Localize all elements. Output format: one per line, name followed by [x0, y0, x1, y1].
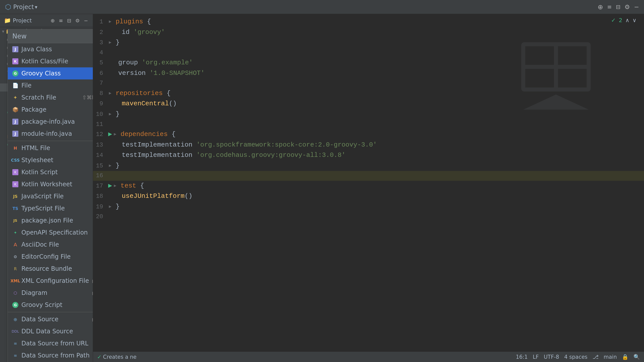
line-num-2: 2: [93, 28, 108, 37]
indent[interactable]: 4 spaces: [564, 354, 588, 360]
code-13: testImplementation 'org.spockframework:s…: [108, 140, 377, 150]
package-icon: 📦: [12, 107, 18, 113]
line-num-8: 8: [93, 89, 108, 98]
menu-item-ddl[interactable]: DDL DDL Data Source: [8, 325, 93, 337]
fold-3[interactable]: ▸: [108, 37, 112, 48]
code-12: dependencies {: [118, 129, 175, 140]
fold-1[interactable]: ▸: [108, 17, 112, 27]
ts-label: TypeScript File: [21, 205, 65, 212]
fold-17[interactable]: ▸: [113, 181, 117, 191]
menu-item-package-info[interactable]: J package-info.java: [8, 116, 93, 128]
run-12[interactable]: ▶: [108, 129, 112, 140]
sidebar-folder-icon: 📁: [4, 17, 11, 24]
diagram-icon: ⬡: [12, 290, 18, 296]
menu-item-packagejson[interactable]: JS package.json File: [8, 214, 93, 227]
run-17[interactable]: ▶: [108, 181, 112, 191]
sidebar-gear-icon[interactable]: ⚙: [74, 17, 80, 24]
ds-path-icon: ≡: [12, 352, 18, 358]
line-num-16: 16: [93, 171, 108, 180]
menu-item-stylesheet[interactable]: CSS Stylesheet: [8, 154, 93, 166]
menu-item-diagram[interactable]: ⬡ Diagram ▶: [8, 287, 93, 299]
fold-10[interactable]: ▸: [108, 109, 112, 120]
fold-15[interactable]: ▸: [108, 161, 112, 171]
caret-down-icon[interactable]: ∨: [632, 17, 636, 23]
code-1: plugins {: [113, 17, 151, 27]
code-19: }: [113, 202, 120, 212]
split-icon[interactable]: ≡: [607, 4, 612, 10]
code-2: id 'groovy': [108, 27, 165, 38]
gear-icon[interactable]: ⚙: [624, 4, 630, 11]
editor: 1 ▸ plugins { 2 id 'groovy' 3 ▸ } 4: [93, 14, 644, 362]
line-num-20: 20: [93, 212, 108, 221]
menu-item-openapi[interactable]: ✦ OpenAPI Specification: [8, 227, 93, 239]
sidebar-split-icon[interactable]: ≡: [58, 17, 64, 24]
menu-item-kotlin-worksheet[interactable]: K Kotlin Worksheet: [8, 178, 93, 190]
title-bar: ⬡ Project ▾ ⊕ ≡ ⊟ ⚙ −: [0, 0, 644, 14]
menu-item-groovy-script[interactable]: G Groovy Script: [8, 299, 93, 311]
kotlin-worksheet-label: Kotlin Worksheet: [21, 181, 72, 188]
search-icon[interactable]: 🔍: [633, 354, 640, 360]
sidebar-minimize-icon[interactable]: −: [83, 17, 89, 24]
sidebar-title-label: Project: [13, 17, 32, 24]
menu-item-asciidoc[interactable]: A AsciiDoc File: [8, 239, 93, 251]
menu-item-java-class[interactable]: J Java Class: [8, 43, 93, 55]
menu-item-ds-path[interactable]: ≡ Data Source from Path: [8, 349, 93, 361]
menu-item-html[interactable]: H HTML File: [8, 142, 93, 154]
nav-icon[interactable]: ⊕: [598, 3, 603, 11]
line-num-11: 11: [93, 120, 108, 129]
separator-1: [8, 141, 93, 141]
encoding[interactable]: UTF-8: [544, 354, 559, 360]
code-17: test {: [118, 181, 144, 191]
sidebar-split2-icon[interactable]: ⊟: [66, 17, 72, 24]
java-class-icon: J: [12, 46, 18, 52]
groovy-class-icon: G: [12, 70, 18, 76]
top-right-indicators: ✓ 2 ∧ ∨: [611, 17, 636, 23]
fold-19[interactable]: ▸: [108, 202, 112, 212]
tree-arrow: ▾: [2, 29, 4, 34]
line-num-1: 1: [93, 17, 108, 27]
title-project-label[interactable]: Project: [13, 4, 34, 11]
code-line-2: 2 id 'groovy': [93, 27, 644, 38]
title-dropdown-icon[interactable]: ▾: [35, 4, 37, 10]
kotlin-class-icon: K: [12, 58, 18, 64]
sidebar: 📁 Project ⊕ ≡ ⊟ ⚙ − ▾ 📁 spock-testing ~/…: [0, 14, 93, 362]
fold-8[interactable]: ▸: [108, 88, 112, 99]
line-ending[interactable]: LF: [533, 354, 539, 360]
position-indicator[interactable]: 16:1: [516, 354, 528, 360]
code-3: }: [113, 37, 120, 48]
line-num-15: 15: [93, 161, 108, 171]
svg-marker-3: [523, 95, 589, 110]
indicator-count: 2: [619, 17, 622, 23]
menu-item-package[interactable]: 📦 Package: [8, 104, 93, 116]
menu-item-editorconfig[interactable]: ⚙ EditorConfig File: [8, 251, 93, 263]
menu-item-javascript[interactable]: JS JavaScript File: [8, 190, 93, 202]
editorconfig-label: EditorConfig File: [21, 253, 71, 260]
menu-item-typescript[interactable]: TS TypeScript File: [8, 202, 93, 214]
menu-item-xml[interactable]: XML XML Configuration File ▶: [8, 275, 93, 287]
branch-icon: ⎇: [592, 354, 598, 360]
fold-12[interactable]: ▸: [113, 129, 117, 140]
lock-icon: 🔒: [622, 354, 628, 360]
split-icon2[interactable]: ⊟: [616, 4, 620, 10]
menu-item-file[interactable]: 📄 File: [8, 79, 93, 92]
menu-item-datasource[interactable]: ⊕ Data Source ▶: [8, 313, 93, 325]
minimize-icon[interactable]: −: [634, 4, 639, 11]
branch-name[interactable]: main: [604, 354, 617, 360]
js-label: JavaScript File: [21, 193, 64, 200]
menu-item-module-info[interactable]: J module-info.java: [8, 128, 93, 140]
line-num-9: 9: [93, 99, 108, 109]
menu-item-kotlin-script[interactable]: K Kotlin Script: [8, 166, 93, 178]
sidebar-nav-icon[interactable]: ⊕: [50, 17, 56, 24]
code-10: }: [113, 109, 120, 120]
caret-up-icon[interactable]: ∧: [625, 17, 629, 23]
menu-item-kotlin-class[interactable]: K Kotlin Class/File: [8, 55, 93, 67]
packagejson-label: package.json File: [21, 217, 73, 224]
package-info-label: package-info.java: [21, 118, 75, 125]
stylesheet-label: Stylesheet: [21, 157, 53, 164]
ds-path-label: Data Source from Path: [21, 352, 90, 359]
menu-item-scratch[interactable]: ✦ Scratch File ⇧⌘N: [8, 92, 93, 104]
menu-item-ds-url[interactable]: ≡ Data Source from URL: [8, 337, 93, 349]
code-15: }: [113, 161, 120, 171]
menu-item-resource[interactable]: R Resource Bundle: [8, 263, 93, 275]
menu-item-groovy-class[interactable]: G Groovy Class: [8, 67, 93, 79]
